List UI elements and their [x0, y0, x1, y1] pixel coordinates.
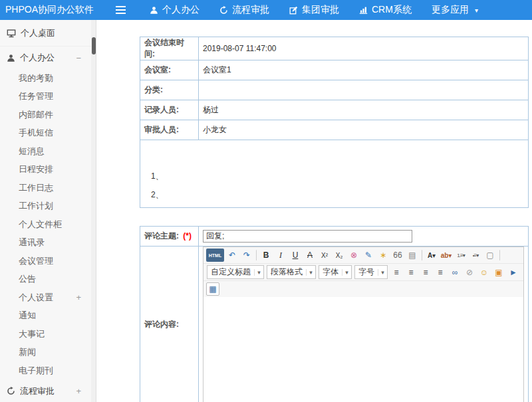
- undo-button[interactable]: ↶: [225, 249, 239, 262]
- menu-toggle-icon[interactable]: [101, 0, 140, 20]
- caret-down-icon[interactable]: ▾: [342, 269, 351, 276]
- select-value: 段落格式: [267, 266, 306, 278]
- strikethrough-button[interactable]: A: [303, 249, 317, 262]
- field-value: 杨过: [199, 100, 529, 120]
- sidebar-item[interactable]: 我的考勤: [0, 69, 91, 88]
- source-html-button[interactable]: HTML: [206, 249, 224, 262]
- sidebar-item-label: 电子期刊: [19, 365, 53, 377]
- app-title: PHPOA协同办公软件: [0, 4, 101, 16]
- align-left-button[interactable]: ≡: [390, 266, 403, 279]
- highlight-color-button[interactable]: ab▾: [440, 249, 453, 262]
- nav-personal-office[interactable]: 个人办公: [140, 0, 209, 20]
- select-value: 字体: [319, 266, 342, 278]
- sidebar-item-label: 会议管理: [19, 255, 53, 267]
- sidebar-item[interactable]: 工作日志: [0, 179, 91, 197]
- sidebar-group-label: 个人办公: [20, 52, 55, 64]
- nav-label: 个人办公: [162, 4, 200, 16]
- italic-button[interactable]: I: [274, 249, 287, 262]
- sidebar-item[interactable]: 新闻: [0, 344, 91, 362]
- comment-subject-label-cell: 评论主题: (*): [140, 227, 199, 247]
- collapse-icon[interactable]: −: [76, 53, 84, 63]
- unordered-list-button[interactable]: •≡▾: [469, 249, 482, 262]
- scrollbar-thumb[interactable]: [92, 37, 96, 54]
- subscript-button[interactable]: X₂: [332, 249, 346, 262]
- expand-icon[interactable]: +: [76, 386, 84, 396]
- new-doc-button[interactable]: ▢: [483, 249, 497, 262]
- user-icon: [150, 6, 158, 15]
- workflow-icon: [7, 387, 15, 395]
- align-center-button[interactable]: ≡: [404, 266, 418, 279]
- sidebar-item[interactable]: 内部邮件: [0, 106, 91, 124]
- image-button[interactable]: ▣: [492, 266, 505, 279]
- sidebar-item[interactable]: 电子期刊: [0, 361, 91, 380]
- sidebar-group-personal-office[interactable]: 个人办公 −: [0, 47, 91, 69]
- sidebar-group-workflow[interactable]: 流程审批 +: [0, 380, 91, 402]
- caret-down-icon[interactable]: ▾: [254, 269, 263, 276]
- sidebar-item[interactable]: 通知: [0, 307, 91, 326]
- ordered-list-button[interactable]: 1.≡▾: [454, 249, 467, 262]
- format-painter-button[interactable]: ✎: [362, 249, 375, 262]
- sidebar-item-desktop[interactable]: 个人桌面: [0, 20, 91, 47]
- underline-button[interactable]: U: [289, 249, 302, 262]
- caret-down-icon[interactable]: ▾: [378, 269, 387, 276]
- editor-toolbar-row1: HTML ↶ ↷ B I: [203, 247, 523, 263]
- comment-subject-input[interactable]: [203, 230, 412, 243]
- insert-table-button[interactable]: ▦: [206, 282, 219, 296]
- nav-label: CRM系统: [372, 4, 412, 16]
- align-right-button[interactable]: ≡: [419, 266, 432, 279]
- nav-more-apps[interactable]: 更多应用 ▾: [422, 0, 488, 20]
- sidebar-item[interactable]: 短消息: [0, 142, 91, 161]
- emotion-button[interactable]: ☺: [477, 266, 491, 279]
- field-label: 审批人员:: [140, 120, 199, 140]
- sidebar-item-label: 任务管理: [19, 90, 53, 102]
- refresh-icon: [219, 6, 228, 15]
- superscript-button[interactable]: X²: [318, 249, 331, 262]
- field-value: 小龙女: [199, 120, 529, 140]
- font-family-select[interactable]: 字体 ▾: [319, 265, 352, 279]
- sidebar-item[interactable]: 个人设置 +: [0, 288, 91, 307]
- font-size-select[interactable]: 字号 ▾: [354, 265, 388, 279]
- select-value: 字号: [355, 266, 378, 278]
- blockquote-button[interactable]: 66: [391, 249, 404, 262]
- remove-format-button[interactable]: ⊗: [347, 249, 360, 262]
- sidebar-scrollbar[interactable]: [91, 20, 96, 402]
- link-button[interactable]: ∞: [448, 266, 462, 279]
- comment-subject-row: 评论主题: (*): [140, 227, 529, 247]
- paragraph-select[interactable]: 段落格式 ▾: [267, 265, 316, 279]
- editor-content-area[interactable]: [203, 297, 523, 402]
- sidebar-item-label: 内部邮件: [19, 109, 53, 121]
- main-content: 会议结束时间: 2019-08-07 11:47:00 会议室: 会议室1 分类…: [97, 20, 532, 402]
- font-color-button[interactable]: A▾: [425, 249, 438, 262]
- sidebar-item[interactable]: 个人文件柜: [0, 215, 91, 234]
- edit-icon: [289, 6, 298, 15]
- nav-group-approval[interactable]: 集团审批: [279, 0, 349, 20]
- field-value: [199, 80, 529, 100]
- nav-workflow-approval[interactable]: 流程审批: [209, 0, 279, 20]
- separator: [499, 250, 500, 260]
- sidebar-item[interactable]: 任务管理: [0, 88, 91, 106]
- video-button[interactable]: ►: [507, 266, 520, 279]
- content-line: 1、: [151, 167, 524, 185]
- paste-plain-button[interactable]: ▤: [406, 249, 419, 262]
- expand-icon[interactable]: +: [76, 292, 91, 302]
- sidebar-item[interactable]: 手机短信: [0, 124, 91, 143]
- sidebar-item[interactable]: 会议管理: [0, 252, 91, 270]
- sidebar-item[interactable]: 日程安排: [0, 161, 91, 179]
- caret-down-icon[interactable]: ▾: [306, 269, 315, 276]
- auto-typeset-button[interactable]: ∗: [376, 249, 390, 262]
- sidebar-item[interactable]: 通讯录: [0, 234, 91, 252]
- required-mark: (*): [183, 231, 192, 241]
- field-value: 2019-08-07 11:47:00: [199, 37, 529, 60]
- sidebar-item[interactable]: 公告: [0, 270, 91, 289]
- sidebar-item[interactable]: 大事记: [0, 325, 91, 344]
- user-icon: [7, 54, 15, 62]
- top-nav: 个人办公 流程审批 集团审批 CRM系统 更多应用 ▾: [140, 0, 488, 20]
- unlink-button[interactable]: ⊘: [463, 266, 476, 279]
- heading-select[interactable]: 自定义标题 ▾: [207, 265, 264, 279]
- sidebar-item[interactable]: 工作计划: [0, 197, 91, 216]
- bold-button[interactable]: B: [259, 249, 273, 262]
- nav-crm[interactable]: CRM系统: [349, 0, 422, 20]
- redo-button[interactable]: ↷: [240, 249, 253, 262]
- align-justify-button[interactable]: ≡: [434, 266, 447, 279]
- topbar: PHPOA协同办公软件 个人办公 流程审批 集团审批 CRM系统: [0, 0, 532, 20]
